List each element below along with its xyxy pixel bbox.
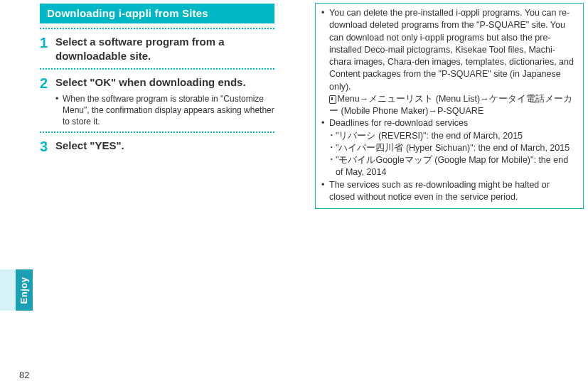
section-heading: Downloading i-αppli from Sites — [40, 4, 274, 23]
side-tab-label: Enjoy — [19, 277, 30, 304]
bullet-text: When the software program is storable in… — [63, 93, 274, 128]
page-number: 82 — [19, 370, 29, 380]
info-text: You can delete the pre-installed i-αppli… — [329, 7, 577, 93]
step-number: 2 — [40, 75, 55, 91]
info-item: • Deadlines for re-download services — [321, 117, 577, 129]
bullet-dot-icon: • — [321, 7, 329, 19]
info-subitem: ･ "リバーシ (REVERSI)": the end of March, 20… — [321, 130, 577, 142]
info-subitem: ･ "モバイルGoogleマップ (Google Map for Mobile)… — [321, 154, 577, 179]
divider-dots — [40, 132, 274, 133]
info-p1: You can delete the pre-installed i-αppli… — [329, 8, 574, 92]
info-text: Deadlines for re-download services — [329, 117, 577, 129]
imenu-icon — [329, 95, 335, 102]
edge-strip — [0, 269, 16, 311]
info-box: • You can delete the pre-installed i-αpp… — [315, 3, 584, 209]
subdot-icon: ･ — [329, 154, 336, 166]
info-text: The services such as re-downloading migh… — [329, 179, 577, 204]
subdot-icon: ･ — [329, 142, 336, 154]
bullet-dot-icon: • — [321, 117, 329, 129]
step-2: 2 Select "OK" when downloading ends. • W… — [40, 75, 274, 128]
step-title: Select a software program from a downloa… — [55, 35, 274, 64]
step-bullet: • When the software program is storable … — [55, 93, 274, 128]
step-body: Select "OK" when downloading ends. • Whe… — [55, 75, 274, 128]
left-column: Downloading i-αppli from Sites 1 Select … — [40, 4, 274, 154]
divider-dots — [40, 68, 274, 70]
divider-dots — [40, 28, 274, 29]
bullet-dot-icon: • — [55, 93, 63, 104]
info-subtext: "リバーシ (REVERSI)": the end of March, 2015 — [336, 130, 577, 142]
side-tab: Enjoy — [16, 269, 33, 311]
step-body: Select a software program from a downloa… — [55, 35, 274, 64]
step-number: 3 — [40, 139, 55, 154]
step-title: Select "OK" when downloading ends. — [55, 75, 274, 90]
step-1: 1 Select a software program from a downl… — [40, 35, 274, 64]
step-body: Select "YES". — [55, 139, 274, 153]
bullet-dot-icon: • — [321, 179, 329, 191]
info-subline: Menu→メニューリスト (Menu List)→ケータイ電話メーカー (Mob… — [321, 93, 577, 118]
info-item: • You can delete the pre-installed i-αpp… — [321, 7, 577, 93]
info-subtext: "ハイパー四川省 (Hyper Sichuan)": the end of Ma… — [336, 142, 577, 154]
info-item: • The services such as re-downloading mi… — [321, 179, 577, 204]
page: Downloading i-αppli from Sites 1 Select … — [0, 0, 588, 386]
step-number: 1 — [40, 35, 55, 50]
info-subitem: ･ "ハイパー四川省 (Hyper Sichuan)": the end of … — [321, 142, 577, 154]
step-title: Select "YES". — [55, 139, 274, 153]
step-3: 3 Select "YES". — [40, 139, 274, 154]
subdot-icon: ･ — [329, 130, 336, 142]
info-p1sub: Menu→メニューリスト (Menu List)→ケータイ電話メーカー (Mob… — [329, 94, 572, 116]
info-subtext: "モバイルGoogleマップ (Google Map for Mobile)":… — [336, 154, 577, 179]
